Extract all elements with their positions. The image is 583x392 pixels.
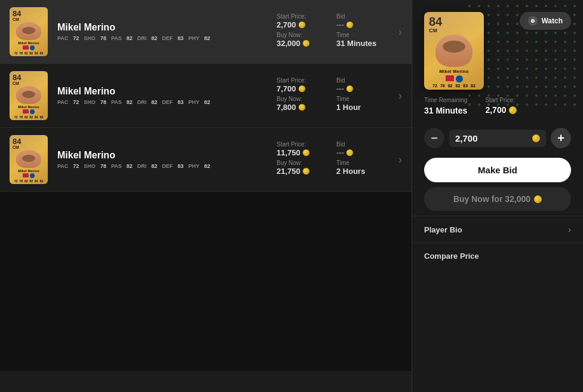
time-value: 2 Hours xyxy=(336,167,384,176)
big-card-face xyxy=(435,35,472,67)
watch-button-icon: ⊕ xyxy=(528,16,538,26)
stat-label-def: DEF xyxy=(162,35,173,41)
stat-label-pac: PAC xyxy=(57,35,68,41)
buy-now-value: 21,750 xyxy=(277,167,324,176)
make-bid-button[interactable]: Make Bid xyxy=(424,158,571,182)
card-rating: 84 xyxy=(13,10,21,17)
compare-price-row[interactable]: Compare Price xyxy=(412,243,583,269)
buy-now-value: 7,800 xyxy=(277,103,324,112)
card-face xyxy=(16,22,41,40)
start-price-value-right: 2,700 xyxy=(485,105,517,115)
club-icon xyxy=(30,45,35,50)
time-value: 1 Hour xyxy=(336,103,384,112)
bid-label: Bid xyxy=(336,13,384,20)
time-price-section: Time Remaining 31 Minutes Start Price: 2… xyxy=(412,90,583,123)
bid-increase-button[interactable]: + xyxy=(551,128,571,148)
player-bio-chevron-icon: › xyxy=(568,225,571,234)
club-icon xyxy=(30,109,35,114)
coin-icon xyxy=(346,22,353,28)
chevron-right-icon: › xyxy=(398,154,402,166)
player-card-thumbnail: 84 CM Mikel Merino 72 78 82 82 83 82 xyxy=(10,135,48,184)
stat-val-pac: 72 xyxy=(73,35,79,41)
stat-label-sho: SHO xyxy=(84,35,96,41)
card-name-small: Mikel Merino xyxy=(18,169,39,173)
flag-icon xyxy=(23,45,29,50)
coin-icon xyxy=(303,168,309,174)
card-flags xyxy=(23,109,35,114)
bid-decrease-button[interactable]: − xyxy=(424,128,444,148)
stat-label-pas: PAS xyxy=(111,35,122,41)
table-row[interactable]: 84 CM Mikel Merino 72 78 82 82 83 82 Mik… xyxy=(0,0,412,64)
player-name: Mikel Merino xyxy=(57,86,277,97)
start-price-label: Start Price: xyxy=(277,141,324,148)
buy-now-value: 32,000 xyxy=(277,39,324,48)
chevron-right-icon: › xyxy=(398,26,402,38)
coin-icon xyxy=(346,85,353,92)
card-position: CM xyxy=(13,145,19,149)
stat-val-def: 83 xyxy=(177,35,183,41)
club-icon xyxy=(30,173,35,178)
start-price-label-right: Start Price: xyxy=(485,97,517,103)
buy-now-label: Buy Now: xyxy=(277,96,324,102)
time-label: Time xyxy=(336,96,384,102)
stat-label-phy: PHY xyxy=(188,35,200,41)
card-name-small: Mikel Merino xyxy=(18,41,39,45)
player-info: Mikel Merino PAC 72 SHO 78 PAS 82 DRI 82… xyxy=(57,22,277,41)
coin-icon xyxy=(303,149,309,156)
player-bio-row[interactable]: Player Bio › xyxy=(412,216,583,243)
time-value: 31 Minutes xyxy=(336,39,384,48)
stat-label-dri: DRI xyxy=(137,35,147,41)
watch-button[interactable]: ⊕ Watch xyxy=(520,12,571,30)
price-info: Start Price: 7,700 Bid --- Buy Now: xyxy=(277,77,394,114)
results-panel: 84 CM Mikel Merino 72 78 82 82 83 82 Mik… xyxy=(0,0,412,392)
price-info: Start Price: 11,750 Bid --- Buy Now: xyxy=(277,141,394,178)
card-stats-row: 72 78 82 82 83 82 xyxy=(14,51,43,55)
table-row[interactable]: 84 CM Mikel Merino 72 78 82 82 83 82 Mik… xyxy=(0,128,412,192)
card-stats-row: 72 78 82 82 83 82 xyxy=(14,179,43,183)
empty-area xyxy=(0,192,412,371)
big-card-flags xyxy=(446,75,463,82)
bid-label: Bid xyxy=(336,141,384,148)
time-label: Time xyxy=(336,32,384,38)
coin-icon-buy xyxy=(534,195,542,203)
player-bio-label: Player Bio xyxy=(424,225,462,234)
coin-icon xyxy=(303,40,309,47)
table-row[interactable]: 84 CM Mikel Merino 72 78 82 82 83 82 Mik… xyxy=(0,64,412,128)
price-info: Start Price: 2,700 Bid --- Buy Now: xyxy=(277,13,394,50)
start-price-label: Start Price: xyxy=(277,13,324,20)
coin-icon xyxy=(299,22,305,28)
player-stats-line: PAC 72 SHO 78 PAS 82 DRI 82 DEF 83 PHY 8… xyxy=(57,99,277,105)
card-face xyxy=(16,86,41,104)
card-position: CM xyxy=(13,17,19,22)
coin-icon xyxy=(346,149,353,156)
start-price-block: Start Price: 2,700 xyxy=(485,97,517,116)
start-price-value: 2,700 xyxy=(277,20,324,29)
flag-icon xyxy=(23,173,29,177)
coin-icon xyxy=(299,104,305,111)
bid-input-value[interactable]: 2,700 xyxy=(455,133,478,143)
player-name: Mikel Merino xyxy=(57,150,277,161)
player-name: Mikel Merino xyxy=(57,22,277,33)
big-card-rating: 84 xyxy=(429,16,442,27)
stat-val-dri: 82 xyxy=(151,35,157,41)
bid-value: --- xyxy=(336,148,384,157)
player-card-thumbnail: 84 CM Mikel Merino 72 78 82 82 83 82 xyxy=(10,7,48,56)
card-position: CM xyxy=(13,81,19,85)
buy-now-label: Buy Now: xyxy=(277,160,324,166)
coin-icon xyxy=(299,85,305,92)
player-info: Mikel Merino PAC 72 SHO 78 PAS 82 DRI 82… xyxy=(57,150,277,169)
player-card-big: 84 CM Mikel Merino 72 78 82 82 83 82 xyxy=(424,12,484,90)
bid-section: − 2,700 + xyxy=(412,123,583,153)
card-name-small: Mikel Merino xyxy=(18,105,39,109)
chevron-right-icon: › xyxy=(398,90,402,102)
card-rating: 84 xyxy=(13,137,21,145)
card-rating: 84 xyxy=(13,74,21,81)
player-card-thumbnail: 84 CM Mikel Merino 72 78 82 82 83 82 xyxy=(10,71,48,120)
coin-icon-input xyxy=(532,134,540,142)
stat-val-sho: 78 xyxy=(100,35,106,41)
card-detail-container: 84 CM Mikel Merino 72 78 82 82 83 82 ⊕ W… xyxy=(412,0,583,90)
stat-val-phy: 82 xyxy=(204,35,210,41)
buy-now-button[interactable]: Buy Now for 32,000 xyxy=(424,187,571,211)
start-price-label: Start Price: xyxy=(277,77,324,84)
flag-icon xyxy=(23,109,29,114)
